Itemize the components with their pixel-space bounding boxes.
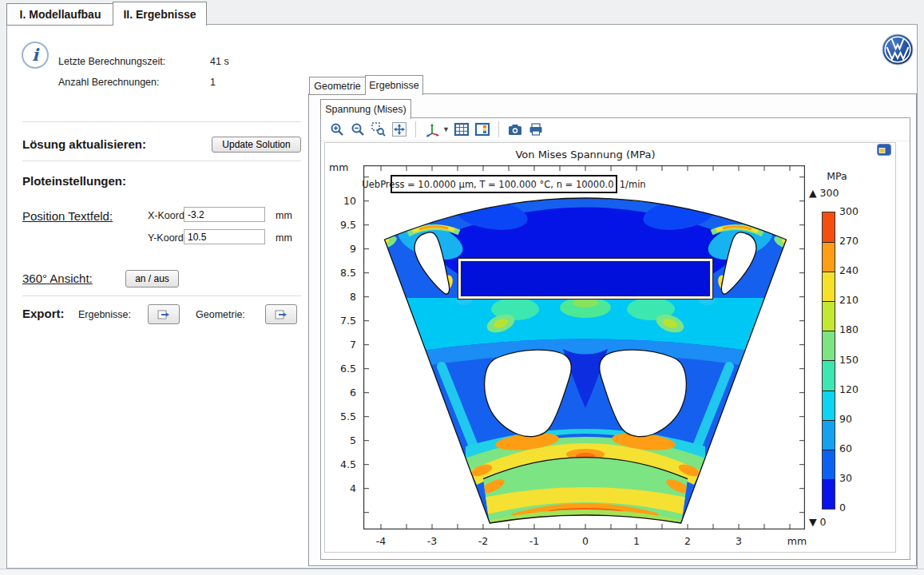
stress-contour-plot	[363, 165, 805, 529]
plot-tab-spannung-mises[interactable]: Spannung (Mises)	[320, 99, 411, 119]
window-bottom-strip	[0, 569, 924, 575]
divider	[22, 161, 301, 161]
divider	[22, 121, 301, 122]
grid-toggle-icon[interactable]	[453, 121, 470, 138]
y-coordinate-input[interactable]	[184, 229, 265, 244]
color-legend-icon[interactable]	[474, 121, 491, 138]
axes-orientation-icon[interactable]	[423, 121, 441, 138]
export-icon	[275, 309, 288, 320]
text-position-label: Position Textfeld:	[22, 209, 113, 223]
viewer-tab-ergebnisse[interactable]: Ergebnisse	[365, 75, 423, 95]
computation-count-value: 1	[210, 77, 216, 88]
plot-title: Von Mises Spannung (MPa)	[506, 149, 665, 161]
colorbar-max-marker: ▲ 300	[809, 187, 839, 199]
tab-modellaufbau[interactable]: I. Modellaufbau	[6, 3, 114, 26]
colorbar-min-marker: ▼ 0	[809, 516, 827, 528]
x-axis-unit: mm	[785, 535, 809, 547]
chevron-down-icon[interactable]: ▼	[442, 125, 450, 133]
export-results-button[interactable]	[148, 304, 180, 324]
colorbar	[822, 212, 835, 510]
x-coordinate-unit: mm	[276, 210, 292, 221]
y-coordinate-unit: mm	[276, 232, 292, 244]
magnet-selection-rect[interactable]	[458, 259, 713, 299]
export-geometry-button[interactable]	[265, 304, 297, 324]
stress-field	[381, 196, 790, 529]
last-computation-label: Letzte Berechnungszeit:	[58, 56, 165, 67]
update-solution-label: Lösung aktualisieren:	[22, 137, 146, 151]
zoom-out-icon[interactable]	[349, 121, 367, 138]
divider	[22, 295, 301, 296]
print-icon[interactable]	[527, 121, 545, 138]
export-icon	[157, 309, 170, 320]
export-label: Export:	[22, 307, 65, 320]
toolbar-separator	[415, 121, 416, 137]
plot-annotation: UebPress = 10.0000 µm, T = 100.000 °C, n…	[391, 175, 617, 193]
info-icon: i	[22, 42, 49, 69]
export-geometry-label: Geometrie:	[196, 309, 245, 320]
zoom-extents-icon[interactable]	[391, 121, 408, 138]
vw-logo	[882, 34, 914, 65]
last-computation-value: 41 s	[210, 56, 229, 67]
update-solution-button[interactable]: Update Solution	[212, 137, 301, 153]
plot-settings-label: Ploteinstellungen:	[22, 174, 126, 188]
view-360-label: 360° Ansicht:	[22, 272, 93, 285]
zoom-in-icon[interactable]	[328, 121, 346, 138]
export-results-label: Ergebnisse:	[78, 309, 131, 320]
zoom-box-icon[interactable]	[370, 121, 387, 138]
y-axis-unit: mm	[329, 161, 348, 173]
viewer-tab-geometrie[interactable]: Geometrie	[309, 77, 366, 95]
plot-window-icon[interactable]	[877, 144, 891, 156]
plot-toolbar: ▼	[321, 118, 910, 141]
x-coordinate-input[interactable]	[184, 207, 265, 222]
toolbar-separator	[498, 121, 499, 137]
tab-ergebnisse[interactable]: II. Ergebnisse	[113, 2, 207, 26]
snapshot-icon[interactable]	[506, 121, 524, 138]
computation-count-label: Anzahl Berechnungen:	[58, 77, 159, 88]
colorbar-unit: MPa	[821, 170, 853, 182]
view-360-toggle-button[interactable]: an / aus	[125, 270, 179, 288]
